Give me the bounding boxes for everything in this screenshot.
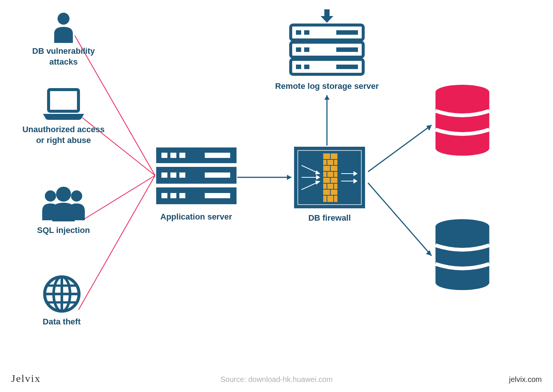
server-with-arrow-icon (288, 9, 366, 77)
svg-point-15 (71, 190, 82, 202)
globe-icon (42, 274, 81, 314)
svg-rect-34 (161, 193, 167, 198)
node-remote-log-storage: Remote log storage server (271, 9, 383, 92)
svg-rect-46 (304, 47, 309, 52)
threat-label: Data theft (43, 317, 80, 327)
svg-rect-35 (170, 193, 176, 198)
svg-rect-25 (170, 153, 176, 158)
brand-logo: Jelvix (11, 373, 41, 385)
svg-rect-24 (161, 153, 167, 158)
svg-point-16 (56, 187, 71, 202)
svg-rect-30 (170, 172, 176, 178)
svg-rect-41 (296, 30, 301, 35)
node-application-server: Application server (153, 147, 239, 223)
svg-rect-43 (336, 30, 358, 35)
source-attribution: Source: download-hk.huawei.com (220, 375, 333, 384)
laptop-icon (41, 88, 86, 121)
svg-rect-32 (205, 172, 230, 178)
node-database-blue (433, 218, 491, 291)
svg-rect-85 (436, 92, 489, 148)
svg-rect-47 (336, 47, 358, 52)
svg-marker-5 (287, 175, 291, 180)
node-database-red (433, 84, 491, 157)
svg-marker-7 (324, 95, 330, 100)
server-icon (156, 147, 237, 207)
svg-rect-13 (49, 90, 78, 111)
threat-sql-injection: SQL injection (24, 185, 103, 236)
svg-marker-11 (426, 250, 432, 256)
person-icon (50, 11, 77, 43)
database-icon (433, 218, 491, 291)
threat-label: SQL injection (37, 225, 90, 236)
svg-point-12 (58, 13, 69, 25)
svg-rect-38 (324, 9, 330, 17)
threat-db-vulnerability: DB vulnerability attacks (30, 11, 97, 67)
svg-rect-50 (304, 65, 309, 69)
svg-marker-9 (426, 125, 432, 131)
svg-rect-88 (436, 227, 489, 283)
node-label: Application server (160, 212, 232, 223)
node-label: DB firewall (308, 213, 351, 224)
svg-rect-45 (296, 47, 301, 52)
svg-line-8 (368, 125, 432, 172)
svg-point-86 (436, 141, 489, 156)
svg-rect-36 (179, 193, 185, 198)
svg-rect-49 (296, 65, 301, 69)
svg-rect-26 (179, 153, 185, 158)
group-icon (39, 185, 88, 222)
database-icon (433, 84, 491, 157)
node-db-firewall: DB firewall (292, 147, 367, 224)
svg-rect-31 (179, 172, 185, 178)
svg-point-14 (45, 190, 56, 202)
svg-marker-39 (321, 16, 333, 23)
threat-label: DB vulnerability attacks (32, 46, 95, 67)
svg-rect-42 (304, 30, 309, 35)
architecture-diagram: DB vulnerability attacks Unauthorized ac… (0, 0, 553, 392)
svg-rect-29 (161, 172, 167, 178)
svg-rect-27 (205, 153, 230, 158)
threat-data-theft: Data theft (28, 274, 95, 327)
svg-line-10 (368, 183, 432, 256)
threat-unauthorized-access: Unauthorized access or right abuse (21, 88, 106, 146)
site-url: jelvix.com (509, 375, 542, 384)
svg-rect-51 (336, 65, 358, 69)
svg-rect-37 (205, 193, 230, 198)
svg-point-89 (436, 275, 489, 290)
firewall-icon (294, 147, 365, 208)
threat-label: Unauthorized access or right abuse (22, 124, 105, 146)
node-label: Remote log storage server (275, 81, 379, 92)
